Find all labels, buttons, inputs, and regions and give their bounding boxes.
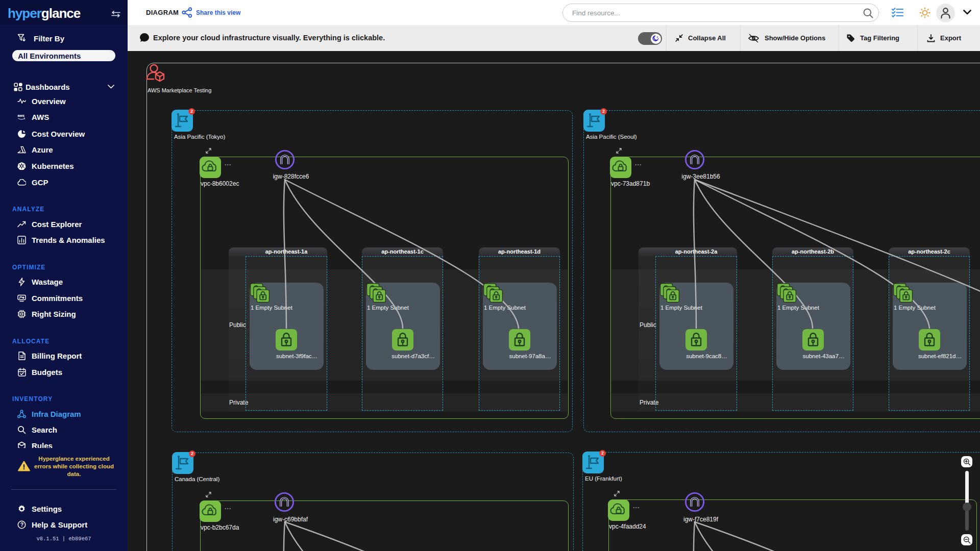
svg-text:?: ? [20, 522, 23, 528]
svg-text:aws: aws [17, 114, 24, 118]
